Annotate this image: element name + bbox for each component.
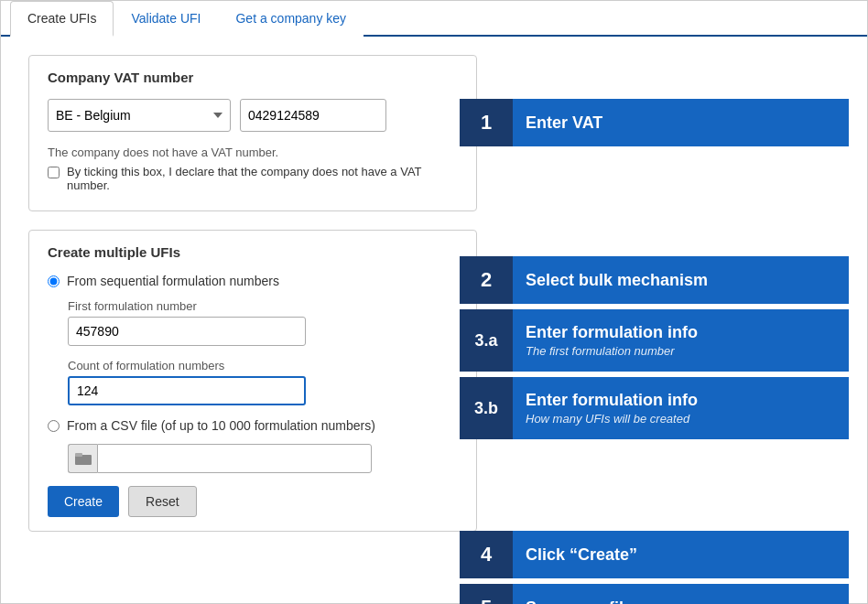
first-formulation-input[interactable] <box>68 317 306 346</box>
instruction-3a-sub: The first formulation number <box>526 344 836 358</box>
multiple-ufis-title: Create multiple UFIs <box>48 244 458 260</box>
instruction-1-text: Enter VAT <box>513 99 849 146</box>
multiple-ufis-section: Create multiple UFIs From sequential for… <box>28 230 477 532</box>
instruction-4-main: Click “Create” <box>526 545 836 565</box>
instruction-3a-text: Enter formulation info The first formula… <box>513 309 849 372</box>
count-formulation-group: Count of formulation numbers <box>68 359 458 405</box>
csv-file-row <box>68 444 458 473</box>
no-vat-section: The company does not have a VAT number. … <box>48 146 458 192</box>
vat-row: BE - Belgium DE - Germany FR - France IT… <box>48 99 458 132</box>
no-vat-checkbox[interactable] <box>48 167 60 178</box>
tab-bar: Create UFIs Validate UFI Get a company k… <box>1 1 867 37</box>
country-select[interactable]: BE - Belgium DE - Germany FR - France IT… <box>48 99 231 132</box>
count-label: Count of formulation numbers <box>68 359 458 372</box>
instruction-4-text: Click “Create” <box>513 531 849 578</box>
instruction-panel: 1 Enter VAT 2 Select bulk mechanism 3.a … <box>460 37 867 604</box>
folder-icon <box>75 452 92 465</box>
first-formulation-group: First formulation number <box>68 299 458 346</box>
action-buttons: Create Reset <box>48 486 458 517</box>
no-vat-checkbox-text: By ticking this box, I declare that the … <box>67 165 458 192</box>
instruction-3b-sub: How many UFIs will be created <box>526 412 836 426</box>
instruction-3b: 3.b Enter formulation info How many UFIs… <box>460 377 849 439</box>
radio-sequential-input[interactable] <box>48 275 60 287</box>
instruction-5-number: 5 <box>460 584 513 604</box>
instruction-1: 1 Enter VAT <box>460 99 849 146</box>
tab-create-ufis[interactable]: Create UFIs <box>10 1 114 37</box>
no-vat-label: The company does not have a VAT number. <box>48 146 458 159</box>
count-input[interactable] <box>68 376 306 405</box>
file-browse-button[interactable] <box>68 444 97 473</box>
vat-section: Company VAT number BE - Belgium DE - Ger… <box>28 55 477 211</box>
instruction-1-main: Enter VAT <box>526 113 836 133</box>
create-button[interactable]: Create <box>48 486 119 517</box>
first-formulation-label: First formulation number <box>68 299 458 313</box>
instruction-4: 4 Click “Create” <box>460 531 849 578</box>
radio-sequential[interactable]: From sequential formulation numbers <box>48 274 458 288</box>
radio-csv[interactable]: From a CSV file (of up to 10 000 formula… <box>48 418 458 433</box>
tab-validate-ufi[interactable]: Validate UFI <box>114 1 218 37</box>
instruction-2: 2 Select bulk mechanism <box>460 256 849 304</box>
instruction-5-main: Save your file <box>526 599 836 605</box>
instruction-5: 5 Save your file <box>460 584 849 604</box>
file-input-display[interactable] <box>97 444 372 473</box>
reset-button[interactable]: Reset <box>128 486 197 517</box>
instruction-2-text: Select bulk mechanism <box>513 256 849 304</box>
instruction-1-number: 1 <box>460 99 513 146</box>
radio-sequential-label: From sequential formulation numbers <box>67 274 279 288</box>
radio-csv-label: From a CSV file (of up to 10 000 formula… <box>67 418 375 433</box>
radio-csv-input[interactable] <box>48 420 60 432</box>
main-content: Company VAT number BE - Belgium DE - Ger… <box>1 37 867 568</box>
instruction-3b-text: Enter formulation info How many UFIs wil… <box>513 377 849 439</box>
no-vat-checkbox-label[interactable]: By ticking this box, I declare that the … <box>48 165 458 192</box>
instruction-2-main: Select bulk mechanism <box>526 271 836 290</box>
instruction-3b-number: 3.b <box>460 377 513 439</box>
instruction-3a: 3.a Enter formulation info The first for… <box>460 309 849 372</box>
tab-company-key[interactable]: Get a company key <box>218 1 363 37</box>
instruction-3b-main: Enter formulation info <box>526 391 836 410</box>
instruction-3a-main: Enter formulation info <box>526 323 836 342</box>
vat-section-title: Company VAT number <box>48 70 458 85</box>
vat-input[interactable] <box>240 99 386 132</box>
svg-rect-1 <box>75 453 82 457</box>
instruction-2-number: 2 <box>460 256 513 304</box>
instruction-5-text: Save your file <box>513 584 849 604</box>
instruction-4-number: 4 <box>460 531 513 578</box>
instruction-3a-number: 3.a <box>460 309 513 372</box>
